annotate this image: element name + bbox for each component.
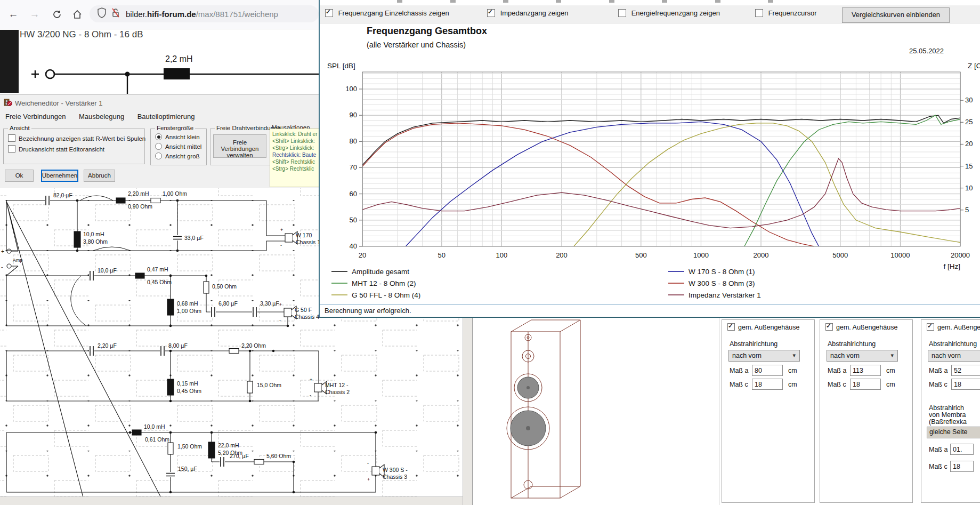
svg-text:80: 80 <box>350 137 357 145</box>
svg-text:2,20 µF: 2,20 µF <box>98 342 117 349</box>
checkbox-bezeichnung[interactable]: Bezeichnung anzeigen statt R-Wert bei Sp… <box>8 134 145 142</box>
svg-text:MHT 12 -: MHT 12 - <box>325 382 349 388</box>
masz-a-input-3[interactable]: 52 <box>951 365 980 376</box>
svg-text:-: - <box>280 243 282 248</box>
svg-text:0,47 mH: 0,47 mH <box>147 266 168 272</box>
radio-ansicht-klein[interactable]: Ansicht klein <box>155 133 200 140</box>
svg-text:10,0 µF: 10,0 µF <box>98 267 117 274</box>
extra-masz-c-input[interactable]: 18 <box>950 461 974 472</box>
reload-icon[interactable] <box>50 7 64 21</box>
svg-text:0,45 Ohm: 0,45 Ohm <box>177 388 201 394</box>
svg-text:40: 40 <box>350 242 357 250</box>
svg-text:2000: 2000 <box>754 251 769 259</box>
svg-text:0,90 Ohm: 0,90 Ohm <box>128 203 152 210</box>
home-icon[interactable] <box>70 7 84 21</box>
svg-text:W 300 S - 8 Ohm (3): W 300 S - 8 Ohm (3) <box>689 279 755 287</box>
abstrahlrichtung-select-3[interactable]: nach vorn▾ <box>928 350 980 362</box>
gehause-checkbox-3[interactable]: gem. Außengehäuse <box>927 323 980 331</box>
svg-text:90: 90 <box>350 111 357 119</box>
abstrahlrichtung-label-3: Abstrahlrichtung <box>929 340 977 348</box>
menu-bar: Freie Verbindungen Mausbelegung Bauteilo… <box>0 110 319 123</box>
lock-disabled-icon[interactable] <box>111 7 120 20</box>
abbruch-button[interactable]: Abbruch <box>84 170 115 182</box>
group-fenstergroesse: Fenstergröße Ansicht klein Ansicht mitte… <box>150 129 207 165</box>
abstrahlrichtung-select-2[interactable]: nach vorn▾ <box>827 350 898 362</box>
svg-text:5: 5 <box>965 206 969 214</box>
svg-text:100: 100 <box>496 251 508 259</box>
gleiche-seite-button[interactable]: gleiche Seite <box>927 427 980 438</box>
svg-text:270, µF: 270, µF <box>230 453 249 459</box>
svg-text:1,50 Ohm: 1,50 Ohm <box>177 443 202 450</box>
membran-line-1: Abstrahlrich <box>929 404 964 412</box>
url-bar[interactable]: bilder.hifi-forum.de/max/881751/weichenp <box>90 5 319 22</box>
svg-text:30: 30 <box>965 96 973 104</box>
svg-text:2,20 mH: 2,20 mH <box>128 190 149 197</box>
svg-text:Amp: Amp <box>13 258 23 263</box>
svg-text:+: + <box>367 477 370 482</box>
unit-c-2: cm <box>886 381 895 388</box>
svg-text:0,61 Ohm: 0,61 Ohm <box>145 436 169 443</box>
svg-text:0,68 mH: 0,68 mH <box>177 300 198 307</box>
uebernehmen-button[interactable]: Übernehmen <box>41 170 78 182</box>
menu-freie-verbindungen[interactable]: Freie Verbindungen <box>0 110 71 121</box>
svg-text:500: 500 <box>635 251 647 259</box>
ok-button[interactable]: Ok <box>5 170 34 182</box>
extra-masz-a-label: Maß a <box>929 446 947 453</box>
abstrahlrichtung-label-1: Abstrahlrichtung <box>730 340 777 348</box>
group-ansicht: Ansicht Bezeichnung anzeigen statt R-Wer… <box>3 129 145 164</box>
masz-a-label-1: Maß a <box>730 367 748 374</box>
masz-a-input-1[interactable]: 80 <box>752 365 783 376</box>
svg-text:15,0 Ohm: 15,0 Ohm <box>257 382 281 388</box>
gehause-checkbox-2[interactable]: gem. Außengehäuse <box>825 323 897 331</box>
radio-ansicht-mittel[interactable]: Ansicht mittel <box>155 143 201 150</box>
masz-c-input-2[interactable]: 18 <box>850 379 881 390</box>
back-icon[interactable]: ← <box>6 7 20 21</box>
shield-icon[interactable] <box>97 7 107 20</box>
abstrahlrichtung-label-2: Abstrahlrichtung <box>828 340 876 348</box>
svg-text:50: 50 <box>438 251 446 259</box>
svg-text:1,00 Ohm: 1,00 Ohm <box>177 308 201 314</box>
svg-text:3,30 µF: 3,30 µF <box>260 300 279 307</box>
svg-text:10000: 10000 <box>890 251 910 259</box>
forward-icon[interactable]: → <box>28 7 42 21</box>
svg-text:8,00 µF: 8,00 µF <box>168 342 188 349</box>
masz-c-input-1[interactable]: 18 <box>752 379 783 390</box>
window-title: Weicheneditor - Verstärker 1 <box>15 99 103 107</box>
browser-toolbar: ← → bilder.hifi-forum.de/max/881751/weic… <box>0 0 319 29</box>
svg-text:Impedanz Verstärker 1: Impedanz Verstärker 1 <box>689 291 761 299</box>
svg-text:+: + <box>310 377 312 382</box>
speaker-drawing-pane <box>472 318 719 505</box>
app-icon <box>4 98 12 109</box>
svg-text:W 170 S - 8 Ohm (1): W 170 S - 8 Ohm (1) <box>689 268 755 276</box>
status-bar: Berechnung war erfolgreich. <box>320 304 980 317</box>
menu-bauteiloptimierung[interactable]: Bauteiloptimierung <box>132 110 200 121</box>
menu-mausbelegung[interactable]: Mausbelegung <box>74 110 129 121</box>
membran-line-2: von Membra <box>929 411 966 419</box>
svg-text:Chassis 2: Chassis 2 <box>325 389 350 395</box>
svg-text:+: + <box>1 248 4 254</box>
svg-text:22,0 mH: 22,0 mH <box>218 442 239 448</box>
chassis-panel-1: gem. Außengehäuse Abstrahlrichtung nach … <box>722 319 815 503</box>
horizontal-scrollbar[interactable] <box>0 496 463 505</box>
mausaktionen-box: Linksklick: Draht er <Shift> Linksklick:… <box>270 129 322 187</box>
svg-text:5,60 Ohm: 5,60 Ohm <box>266 453 291 459</box>
gehause-checkbox-1[interactable]: gem. Außengehäuse <box>727 323 799 331</box>
masz-a-label-2: Maß a <box>828 367 846 374</box>
extra-masz-a-input[interactable]: 01. <box>950 444 974 455</box>
svg-text:100: 100 <box>345 85 357 93</box>
masz-a-input-2[interactable]: 113 <box>850 365 881 376</box>
chassis-panel-2: gem. Außengehäuse Abstrahlrichtung nach … <box>820 319 913 503</box>
checkbox-druckansicht[interactable]: Druckansicht statt Editoransicht <box>8 145 104 153</box>
masz-c-label-2: Maß c <box>828 381 846 388</box>
svg-text:-: - <box>310 392 311 398</box>
svg-text:G 50 F: G 50 F <box>295 307 312 313</box>
abstrahlrichtung-select-1[interactable]: nach vorn▾ <box>728 350 800 362</box>
svg-text:20: 20 <box>359 251 366 259</box>
freie-verbindungen-verwalten-button[interactable]: Freie Verbindungenverwalten <box>213 134 266 158</box>
svg-text:+: + <box>279 302 282 307</box>
chart-plot: 2050100200500100020005000100002000010090… <box>320 0 980 304</box>
radio-ansicht-gross[interactable]: Ansicht groß <box>155 153 200 159</box>
svg-text:Chassis 1: Chassis 1 <box>296 239 320 245</box>
masz-c-input-3[interactable]: 18 <box>951 379 980 390</box>
svg-text:G 50 FFL - 8 Ohm (4): G 50 FFL - 8 Ohm (4) <box>352 291 420 299</box>
